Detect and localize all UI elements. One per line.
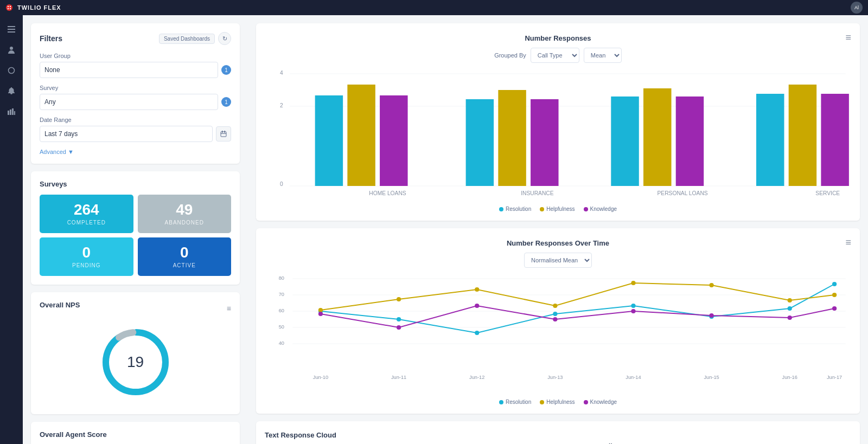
line-chart-title: Number Responses Over Time (507, 239, 609, 247)
agent-score-title: Overall Agent Score (40, 430, 231, 439)
svg-point-81 (631, 309, 635, 313)
user-group-badge: 1 (221, 65, 231, 75)
filters-title: Filters (40, 34, 62, 43)
svg-point-3 (8, 8, 9, 9)
svg-rect-17 (221, 133, 226, 134)
refresh-button[interactable]: ↻ (218, 32, 231, 45)
legend-knowledge: Knowledge (584, 206, 617, 212)
svg-text:Jun-17: Jun-17 (827, 375, 842, 380)
legend-helpfulness: Helpfulness (540, 206, 575, 212)
surveys-title: Surveys (40, 180, 231, 188)
active-value: 0 (143, 245, 226, 260)
line-chart-legend: Resolution Helpfulness Knowledge (265, 399, 851, 405)
resolution-dot (499, 207, 503, 211)
app-name: TWILIO FLEX (17, 4, 61, 11)
line-legend-knowledge: Knowledge (584, 399, 617, 405)
svg-point-68 (832, 282, 837, 286)
topbar: TWILIO FLEX Al (0, 0, 868, 15)
line-helpfulness-dot (540, 400, 544, 404)
saved-dashboards-button[interactable]: Saved Dashboards (159, 34, 215, 44)
survey-select[interactable]: Any (40, 94, 218, 110)
svg-rect-28 (347, 85, 375, 186)
date-range-label: Date Range (40, 117, 231, 123)
user-group-label: User Group (40, 53, 231, 59)
svg-rect-13 (14, 111, 15, 115)
survey-group: Survey Any 1 (40, 85, 231, 110)
svg-point-2 (10, 6, 11, 7)
bar-chart-menu[interactable]: ≡ (845, 32, 851, 43)
left-panel: Filters Saved Dashboards ↻ User Group No… (23, 15, 248, 444)
date-range-input[interactable] (40, 126, 213, 142)
svg-point-78 (397, 325, 401, 330)
svg-point-74 (710, 283, 714, 287)
svg-rect-16 (225, 131, 226, 133)
svg-point-65 (631, 304, 635, 308)
advanced-link[interactable]: Advanced ▼ (40, 149, 231, 155)
svg-text:80: 80 (279, 275, 284, 281)
completed-label: COMPLETED (45, 220, 128, 226)
svg-point-82 (710, 313, 714, 318)
svg-text:40: 40 (279, 340, 284, 346)
helpfulness-dot (540, 207, 544, 211)
calendar-button[interactable] (216, 126, 231, 141)
line-chart-measure-select[interactable]: Normalised Mean (524, 253, 592, 268)
svg-text:SERVICE: SERVICE (815, 190, 840, 196)
bar-chart-area: 4 2 0 HOME LOANS INSURANCE (265, 69, 851, 202)
svg-text:2: 2 (280, 102, 283, 108)
sidebar-item-bell[interactable] (3, 82, 20, 100)
svg-text:60: 60 (279, 308, 284, 313)
nps-menu[interactable]: ≡ (227, 304, 231, 313)
nps-card: Overall NPS ≡ 19 (31, 292, 240, 414)
nps-value: 19 (127, 353, 144, 371)
svg-rect-36 (643, 88, 671, 186)
survey-badge: 1 (221, 97, 231, 107)
surveys-card: Surveys 264 COMPLETED 49 ABANDONED 0 PEN… (31, 171, 240, 285)
line-knowledge-dot (584, 400, 588, 404)
sidebar-item-circle[interactable] (3, 62, 20, 79)
svg-rect-41 (821, 94, 848, 186)
filters-card: Filters Saved Dashboards ↻ User Group No… (31, 23, 240, 164)
sidebar (0, 15, 23, 444)
line-chart-card: Number Responses Over Time ≡ Normalised … (256, 228, 860, 414)
bar-chart-card: Number Responses ≡ Grouped By Call Type … (256, 23, 860, 221)
svg-point-0 (6, 4, 12, 11)
line-chart-menu[interactable]: ≡ (845, 237, 851, 248)
bar-chart-title: Number Responses (525, 34, 591, 42)
svg-rect-29 (380, 95, 407, 186)
svg-point-64 (553, 312, 557, 316)
avatar[interactable]: Al (851, 2, 863, 14)
twilio-icon (5, 4, 13, 11)
filters-header: Filters Saved Dashboards ↻ (40, 32, 231, 45)
svg-text:PERSONAL LOANS: PERSONAL LOANS (657, 190, 707, 196)
svg-point-76 (832, 293, 837, 297)
svg-rect-27 (315, 95, 343, 186)
svg-rect-7 (8, 31, 15, 33)
survey-label: Survey (40, 85, 231, 91)
svg-rect-5 (8, 26, 15, 27)
user-group-group: User Group None 1 (40, 53, 231, 78)
topbar-right: Al (851, 2, 863, 14)
main-wrapper: Filters Saved Dashboards ↻ User Group No… (23, 15, 868, 444)
pending-label: PENDING (45, 262, 128, 268)
svg-text:HOME LOANS: HOME LOANS (369, 190, 406, 196)
measure-select[interactable]: Mean (584, 48, 622, 63)
line-resolution-dot (499, 400, 503, 404)
svg-rect-15 (222, 131, 223, 133)
svg-rect-6 (8, 29, 15, 30)
abandoned-stat: 49 ABANDONED (138, 195, 232, 233)
completed-stat: 264 COMPLETED (40, 195, 133, 233)
nps-donut-container: 19 (40, 319, 231, 406)
grouped-by-select[interactable]: Call Type (531, 48, 579, 63)
line-chart-area: 80 70 60 50 40 Jun-10 Jun-11 Jun-12 Jun-… (265, 273, 851, 395)
svg-rect-11 (10, 110, 11, 115)
user-group-select[interactable]: None (40, 62, 218, 78)
svg-point-63 (475, 331, 479, 335)
pending-stat: 0 PENDING (40, 237, 133, 276)
svg-rect-31 (466, 99, 494, 186)
sidebar-item-person[interactable] (3, 41, 20, 59)
svg-point-72 (553, 304, 557, 308)
svg-point-79 (475, 304, 479, 308)
svg-text:Jun-14: Jun-14 (626, 375, 641, 380)
sidebar-item-chart[interactable] (3, 103, 20, 120)
sidebar-item-menu[interactable] (3, 21, 20, 38)
